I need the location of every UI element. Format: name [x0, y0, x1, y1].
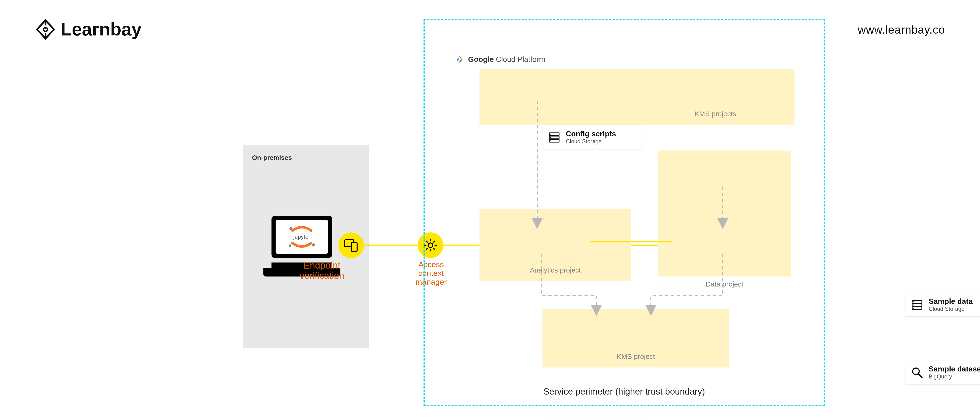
- kms-projects-label: KMS projects: [695, 110, 736, 118]
- svg-point-14: [550, 134, 551, 135]
- svg-point-5: [312, 243, 315, 247]
- config-scripts-card: Config scripts Cloud Storage: [542, 125, 642, 149]
- gcp-brand: Google Cloud Platform: [455, 55, 545, 64]
- brand-logo: Learnbay: [35, 19, 142, 40]
- svg-point-6: [289, 244, 291, 247]
- config-sub: Cloud Storage: [566, 138, 616, 145]
- endpoint-verification-badge: [338, 232, 364, 258]
- config-title: Config scripts: [566, 129, 616, 138]
- jupyter-text: jupyter: [293, 234, 310, 240]
- storage-icon: [547, 130, 561, 144]
- svg-rect-8: [351, 243, 357, 251]
- svg-line-25: [918, 374, 922, 377]
- data-project-box: Data project Sample data Cloud Storage: [658, 151, 791, 277]
- storage-icon: [910, 298, 924, 311]
- on-premises-label: On-premises: [252, 154, 360, 161]
- sample-data-card: Sample data Cloud Storage: [905, 293, 980, 317]
- svg-point-22: [913, 304, 914, 305]
- data-project-label: Data project: [706, 280, 743, 288]
- magnifier-icon: [910, 366, 924, 379]
- svg-point-21: [913, 301, 914, 302]
- sample-dataset-title: Sample dataset: [929, 365, 980, 373]
- analytics-project-label: Analytics project: [530, 266, 581, 274]
- notebook-card: AI Notebook AI Platform: [549, 419, 644, 420]
- kms-project-label: KMS project: [617, 353, 655, 361]
- brand-url: www.learnbay.co: [858, 23, 945, 36]
- perimeter-caption: Service perimeter (higher trust boundary…: [543, 387, 705, 397]
- gcp-brand-rest: Cloud Platform: [496, 55, 545, 64]
- sample-dataset-sub: BigQuery: [929, 373, 980, 380]
- connector-notebook-to-dataset: [590, 241, 672, 242]
- svg-point-16: [550, 140, 551, 141]
- gcp-brand-prefix: Google: [468, 55, 494, 64]
- svg-point-10: [461, 59, 462, 60]
- svg-point-4: [290, 227, 293, 230]
- endpoint-verification-label: Endpoint verification: [285, 260, 360, 281]
- svg-point-23: [913, 308, 914, 309]
- kms-projects-box: KMS projects Config scripts Cloud Storag…: [479, 69, 794, 125]
- service-perimeter: Google Cloud Platform KMS projects Confi…: [423, 19, 825, 406]
- kms-project-box: KMS project Data Key Cloud HSM: [542, 309, 729, 368]
- gcp-logo-icon: [455, 55, 464, 64]
- logo-mark-icon: [35, 19, 56, 40]
- sample-data-sub: Cloud Storage: [929, 305, 973, 312]
- sample-dataset-card: Sample dataset BigQuery: [905, 361, 980, 384]
- analytics-project-box: Analytics project AI Notebook AI Platfor…: [479, 209, 631, 281]
- svg-point-15: [550, 137, 551, 138]
- brand-name: Learnbay: [60, 19, 142, 40]
- devices-icon: [343, 237, 359, 253]
- jupyter-icon: jupyter: [283, 224, 321, 250]
- sample-data-title: Sample data: [929, 297, 973, 305]
